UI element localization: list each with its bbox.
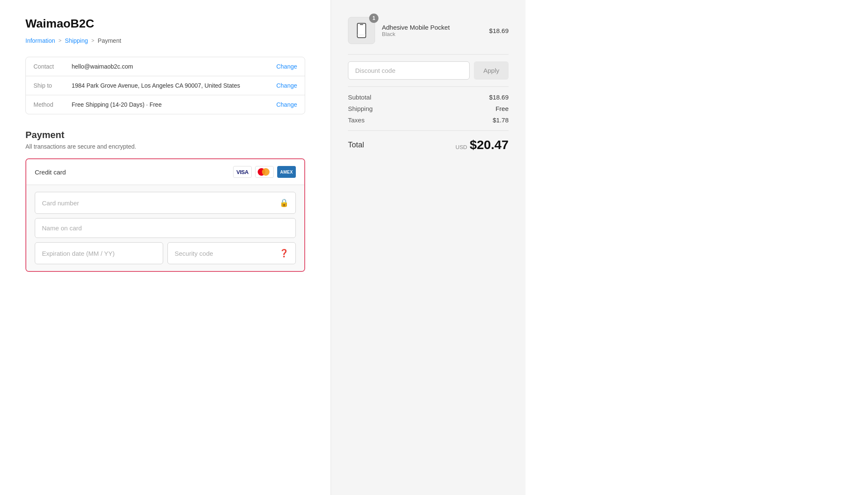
payment-section: Payment All transactions are secure and … xyxy=(25,130,305,272)
info-table: Contact hello@waimaob2c.com Change Ship … xyxy=(25,57,305,114)
name-on-card-field[interactable]: Name on card xyxy=(35,218,296,238)
breadcrumb: Information > Shipping > Payment xyxy=(25,37,305,44)
total-row: Total USD $20.47 xyxy=(348,138,509,152)
expiry-field[interactable]: Expiration date (MM / YY) xyxy=(35,242,163,264)
security-placeholder: Security code xyxy=(175,250,213,257)
shipping-row: Shipping Free xyxy=(348,105,509,112)
ship-to-value: 1984 Park Grove Avenue, Los Angeles CA 9… xyxy=(72,82,276,89)
total-currency: USD xyxy=(456,144,467,150)
contact-change[interactable]: Change xyxy=(276,63,297,70)
total-amount: $20.47 xyxy=(470,138,509,152)
breadcrumb-sep-2: > xyxy=(92,38,95,44)
taxes-value: $1.78 xyxy=(492,116,509,124)
ship-to-row: Ship to 1984 Park Grove Avenue, Los Ange… xyxy=(26,76,305,95)
taxes-label: Taxes xyxy=(348,116,364,124)
visa-icon: VISA xyxy=(233,166,252,178)
mastercard-icon xyxy=(255,166,274,178)
breadcrumb-information[interactable]: Information xyxy=(25,37,55,44)
breadcrumb-sep-1: > xyxy=(58,38,61,44)
product-qty-badge: 1 xyxy=(369,14,378,23)
divider-3 xyxy=(348,130,509,131)
question-icon: ❓ xyxy=(279,249,289,258)
contact-label: Contact xyxy=(33,63,72,70)
phone-svg xyxy=(356,23,367,38)
card-number-field[interactable]: Card number 🔒 xyxy=(35,192,296,214)
order-summary-panel: 1 Adhesive Mobile Pocket Black $18.69 Ap… xyxy=(331,0,526,495)
shipping-value: Free xyxy=(495,105,509,112)
method-value: Free Shipping (14-20 Days) · Free xyxy=(72,101,276,108)
ship-to-label: Ship to xyxy=(33,82,72,89)
subtotal-label: Subtotal xyxy=(348,94,371,101)
credit-card-box: Credit card VISA AMEX xyxy=(25,158,305,272)
payment-subtitle: All transactions are secure and encrypte… xyxy=(25,143,305,150)
discount-row[interactable]: Apply xyxy=(348,61,509,80)
method-row: Method Free Shipping (14-20 Days) · Free… xyxy=(26,95,305,114)
product-row: 1 Adhesive Mobile Pocket Black $18.69 xyxy=(348,17,509,44)
svg-rect-0 xyxy=(357,23,366,38)
expiry-placeholder: Expiration date (MM / YY) xyxy=(42,250,114,257)
contact-row: Contact hello@waimaob2c.com Change xyxy=(26,57,305,76)
product-name: Adhesive Mobile Pocket xyxy=(382,24,482,31)
discount-input[interactable] xyxy=(348,61,470,80)
divider-1 xyxy=(348,54,509,55)
divider-2 xyxy=(348,86,509,87)
product-info: Adhesive Mobile Pocket Black xyxy=(382,24,482,37)
subtotal-value: $18.69 xyxy=(489,94,509,101)
store-name: WaimaoB2C xyxy=(25,17,305,30)
total-label: Total xyxy=(348,141,364,149)
product-price: $18.69 xyxy=(489,27,509,34)
breadcrumb-shipping[interactable]: Shipping xyxy=(65,37,88,44)
method-label: Method xyxy=(33,101,72,108)
svg-rect-1 xyxy=(360,24,363,25)
name-on-card-placeholder: Name on card xyxy=(42,224,82,232)
amex-icon: AMEX xyxy=(277,166,296,178)
security-code-field[interactable]: Security code ❓ xyxy=(167,242,296,264)
card-bottom-row: Expiration date (MM / YY) Security code … xyxy=(35,242,296,264)
taxes-row: Taxes $1.78 xyxy=(348,116,509,124)
mc-orange-circle xyxy=(262,168,270,176)
contact-value: hello@waimaob2c.com xyxy=(72,63,276,70)
credit-card-label: Credit card xyxy=(35,169,66,176)
shipping-label: Shipping xyxy=(348,105,373,112)
total-value-wrap: USD $20.47 xyxy=(456,138,509,152)
credit-card-header: Credit card VISA AMEX xyxy=(26,159,304,185)
method-change[interactable]: Change xyxy=(276,101,297,108)
product-variant: Black xyxy=(382,31,482,37)
subtotal-row: Subtotal $18.69 xyxy=(348,94,509,101)
breadcrumb-payment: Payment xyxy=(98,37,121,44)
svg-rect-2 xyxy=(357,35,366,35)
product-image-wrap: 1 xyxy=(348,17,375,44)
card-number-placeholder: Card number xyxy=(42,199,79,207)
card-icons: VISA AMEX xyxy=(233,166,296,178)
payment-title: Payment xyxy=(25,130,305,141)
credit-card-fields: Card number 🔒 Name on card Expiration da… xyxy=(26,185,304,271)
ship-to-change[interactable]: Change xyxy=(276,82,297,89)
lock-icon: 🔒 xyxy=(279,198,289,207)
apply-button[interactable]: Apply xyxy=(474,61,509,80)
